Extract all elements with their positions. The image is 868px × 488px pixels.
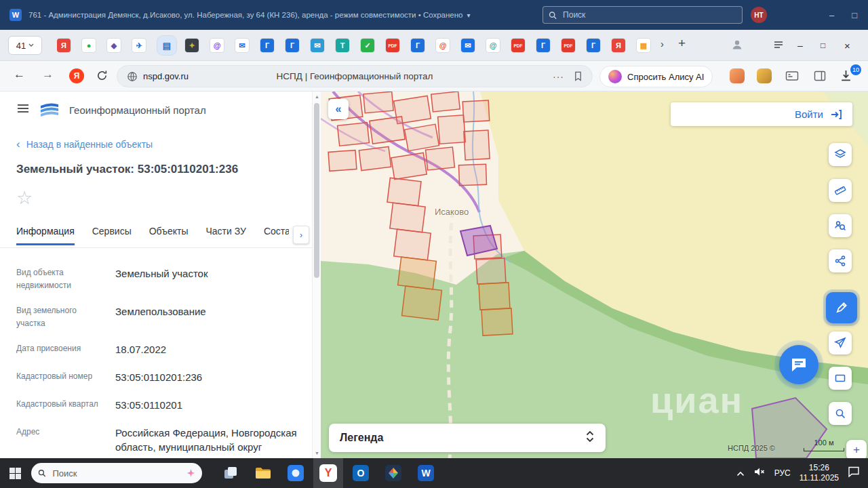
tray-chevron-up-icon[interactable]	[736, 467, 745, 479]
ask-alice-button[interactable]: Спросить Алису AI	[599, 66, 713, 87]
taskbar-search[interactable]	[31, 463, 202, 483]
scrollbar-thumb[interactable]	[314, 103, 319, 278]
chat-button[interactable]	[779, 345, 818, 384]
blue-app-icon	[288, 465, 304, 481]
wallet-icon[interactable]	[785, 70, 799, 84]
back-to-results-link[interactable]: ‹ Назад в найденные объекты	[16, 138, 153, 150]
browser-tab-16[interactable]: ✉	[461, 39, 475, 52]
info-field-row: Кадастровый квартал53:05:0110201	[16, 398, 297, 413]
yandex-browser-button[interactable]: Y	[313, 458, 343, 488]
measure-tool-button[interactable]	[829, 179, 852, 202]
layers-tool-button[interactable]	[829, 143, 852, 166]
side-panel-icon[interactable]	[814, 70, 826, 84]
browser-tab-22[interactable]: Я	[612, 39, 625, 52]
window-maximize-button[interactable]: □	[821, 30, 825, 61]
outlook-button[interactable]: O	[346, 458, 376, 488]
browser-tab-4[interactable]: ▤	[157, 36, 176, 55]
browser-tab-8[interactable]: Г	[260, 39, 274, 52]
maximize-icon[interactable]: □	[852, 10, 857, 20]
language-indicator[interactable]: РУС	[774, 468, 791, 478]
object-search-tool-button[interactable]	[829, 214, 852, 237]
panel-scrollbar[interactable]: ▲ ▼	[312, 92, 321, 458]
browser-tab-14[interactable]: Г	[411, 39, 425, 52]
panel-tab-2[interactable]: Объекты	[149, 226, 189, 245]
draw-tool-button[interactable]	[826, 292, 857, 323]
browser-tab-9[interactable]: Г	[285, 39, 299, 52]
window-minimize-button[interactable]: –	[797, 30, 803, 61]
forward-button[interactable]: →	[42, 68, 54, 81]
browser-tab-13[interactable]: PDF	[386, 39, 399, 52]
zoom-in-button[interactable]: +	[846, 440, 867, 458]
word-search-box[interactable]	[542, 6, 743, 24]
window-close-button[interactable]: ×	[844, 30, 850, 61]
app-button[interactable]	[281, 458, 311, 488]
panel-tab-0[interactable]: Информация	[16, 226, 75, 245]
tabs-scroll-right-button[interactable]: ›	[293, 226, 309, 244]
account-avatar[interactable]: НТ	[751, 7, 767, 23]
start-button[interactable]	[0, 458, 30, 488]
more-icon[interactable]: ···	[553, 71, 564, 82]
favorite-star-icon[interactable]: ☆	[16, 189, 33, 207]
bookmark-flag-icon[interactable]	[574, 71, 583, 81]
task-view-button[interactable]	[216, 458, 245, 488]
browser-tab-10[interactable]: ✉	[311, 39, 324, 52]
panel-tab-3[interactable]: Части ЗУ	[205, 226, 245, 245]
browser-tab-21[interactable]: Г	[587, 39, 600, 52]
collapse-panel-button[interactable]: «	[328, 99, 349, 119]
browser-tab-1[interactable]: ●	[82, 39, 96, 52]
browser-tab-19[interactable]: Г	[536, 39, 550, 52]
downloads-button[interactable]: 10	[840, 69, 856, 85]
word-button[interactable]: W	[411, 458, 441, 488]
volume-muted-icon[interactable]	[753, 466, 766, 481]
yandex-button[interactable]: Я	[69, 68, 84, 83]
browser-tab-3[interactable]: ✈	[132, 39, 146, 52]
legend-expand-icon[interactable]	[585, 430, 595, 446]
area-search-tool-button[interactable]	[829, 402, 852, 425]
favicon-row: Я●◆✈▤✦@✉ГГ✉Т✓PDFГ@✉@PDFГPDFГЯ▦	[57, 35, 659, 56]
field-label: Дата присвоения	[16, 342, 106, 357]
chevron-down-icon[interactable]: ▾	[467, 12, 471, 19]
browser-tab-12[interactable]: ✓	[361, 39, 374, 52]
map-canvas[interactable]: Исаково « Войти +	[321, 92, 868, 458]
tab-counter-button[interactable]: 41	[8, 36, 42, 55]
field-label: Кадастровый номер	[16, 370, 106, 385]
word-search-input[interactable]	[561, 9, 736, 20]
tab-overflow-button[interactable]: ›	[660, 38, 664, 49]
clock[interactable]: 15:26 11.11.2025	[800, 463, 839, 483]
navigate-tool-button[interactable]	[829, 331, 852, 354]
word-titlebar: W 761 - Администрация Демянск, д.Исаково…	[0, 0, 868, 30]
map-extent-tool-button[interactable]	[829, 367, 852, 390]
reload-icon[interactable]	[96, 70, 108, 84]
profile-icon[interactable]	[731, 39, 743, 54]
address-bar[interactable]: nspd.gov.ru НСПД | Геоинформационный пор…	[117, 65, 593, 87]
share-tool-button[interactable]	[829, 249, 852, 272]
photos-button[interactable]	[378, 458, 408, 488]
new-tab-button[interactable]: +	[678, 36, 686, 51]
browser-tab-5[interactable]: ✦	[185, 39, 199, 52]
minimize-icon[interactable]: –	[829, 10, 834, 20]
extension-icon[interactable]	[757, 68, 772, 83]
browser-tab-6[interactable]: @	[210, 39, 224, 52]
browser-tab-15[interactable]: @	[436, 39, 450, 52]
browser-tab-7[interactable]: ✉	[235, 39, 249, 52]
info-fields: Вид объекта недвижимостиЗемельный участо…	[16, 266, 297, 458]
legend-bar[interactable]: Легенда	[329, 424, 606, 452]
browser-tab-23[interactable]: ▦	[637, 39, 650, 52]
browser-tab-17[interactable]: @	[486, 39, 500, 52]
browser-tab-18[interactable]: PDF	[511, 39, 525, 52]
notification-icon[interactable]	[848, 466, 860, 481]
hamburger-menu-icon[interactable]	[16, 102, 30, 117]
file-explorer-button[interactable]	[248, 458, 278, 488]
browser-tab-2[interactable]: ◆	[107, 39, 121, 52]
panel-tab-4[interactable]: Соста	[264, 226, 289, 245]
browser-tab-11[interactable]: Т	[336, 39, 349, 52]
back-button[interactable]: ←	[14, 68, 25, 81]
taskbar-search-input[interactable]	[52, 468, 181, 479]
panel-tab-1[interactable]: Сервисы	[92, 226, 132, 245]
browser-tab-20[interactable]: PDF	[561, 39, 575, 52]
login-bar[interactable]: Войти	[671, 102, 852, 126]
folder-icon	[255, 466, 271, 480]
browser-tab-0[interactable]: Я	[57, 39, 71, 52]
tab-list-icon[interactable]	[773, 39, 784, 53]
extension-icon[interactable]	[730, 68, 745, 83]
